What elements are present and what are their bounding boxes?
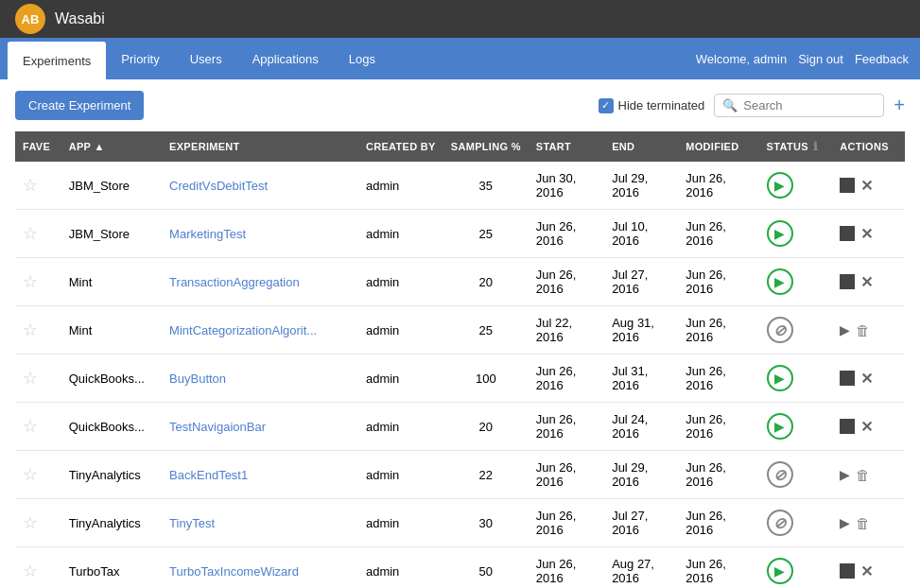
delete-button-8[interactable]: ✕: [860, 562, 873, 580]
cell-created-5: admin: [358, 403, 443, 451]
delete-button-2[interactable]: ✕: [860, 273, 873, 291]
status-info-icon[interactable]: ℹ: [813, 140, 818, 153]
experiment-link-0[interactable]: CreditVsDebitTest: [169, 179, 268, 193]
nav-right: Welcome, admin Sign out Feedback: [696, 52, 920, 66]
trash-button-3[interactable]: 🗑: [856, 322, 870, 338]
search-icon: 🔍: [722, 98, 738, 112]
top-bar: AB Wasabi: [0, 0, 920, 38]
col-header-app[interactable]: APP ▲: [61, 131, 162, 162]
delete-button-5[interactable]: ✕: [860, 418, 873, 436]
tab-priority[interactable]: Priority: [106, 38, 174, 79]
table-row: ☆MintMintCategorizationAlgorit...admin25…: [15, 306, 905, 355]
cell-actions-5: ✕: [832, 403, 905, 451]
cell-end-6: Jul 29, 2016: [604, 451, 678, 499]
play-button-3[interactable]: ▶: [840, 322, 850, 337]
nav-bar: Experiments Priority Users Applications …: [0, 38, 920, 79]
stop-button-5[interactable]: [840, 419, 855, 434]
experiment-link-4[interactable]: BuyButton: [169, 372, 226, 386]
feedback-link[interactable]: Feedback: [855, 52, 909, 66]
col-header-status: STATUS ℹ: [759, 131, 833, 162]
cell-start-8: Jun 26, 2016: [529, 547, 604, 589]
stop-button-4[interactable]: [840, 371, 855, 386]
cell-actions-4: ✕: [832, 355, 905, 403]
cell-end-5: Jul 24, 2016: [604, 403, 678, 451]
cell-actions-8: ✕: [832, 547, 905, 589]
cell-modified-8: Jun 26, 2016: [678, 547, 758, 589]
trash-button-7[interactable]: 🗑: [856, 515, 870, 531]
stop-button-0[interactable]: [840, 178, 855, 193]
play-button-6[interactable]: ▶: [840, 467, 850, 482]
cell-created-8: admin: [358, 547, 443, 589]
cell-status-1: ▶: [759, 210, 833, 258]
cell-sampling-1: 25: [443, 210, 529, 258]
experiment-link-7[interactable]: TinyTest: [169, 516, 215, 530]
cell-app-8: TurboTax: [61, 547, 162, 589]
search-box: 🔍: [714, 94, 884, 117]
app-title: Wasabi: [55, 10, 105, 27]
favorite-star-0[interactable]: ☆: [23, 176, 38, 195]
cell-sampling-5: 20: [443, 403, 529, 451]
tab-applications[interactable]: Applications: [237, 38, 334, 79]
welcome-text: Welcome, admin: [696, 52, 788, 66]
stop-button-2[interactable]: [840, 274, 855, 289]
delete-button-0[interactable]: ✕: [860, 177, 873, 195]
cell-actions-2: ✕: [832, 258, 905, 306]
experiment-link-1[interactable]: MarketingTest: [169, 227, 246, 241]
toolbar: Create Experiment Hide terminated 🔍 +: [15, 91, 905, 120]
favorite-star-7[interactable]: ☆: [23, 513, 38, 532]
toolbar-right: Hide terminated 🔍 +: [599, 94, 905, 117]
create-experiment-button[interactable]: Create Experiment: [15, 91, 144, 120]
favorite-star-1[interactable]: ☆: [23, 224, 38, 243]
cell-app-3: Mint: [61, 306, 162, 355]
stop-button-1[interactable]: [840, 226, 855, 241]
cell-created-4: admin: [358, 355, 443, 403]
cell-sampling-2: 20: [443, 258, 529, 306]
cell-end-2: Jul 27, 2016: [604, 258, 678, 306]
status-running-icon-0: ▶: [767, 172, 793, 199]
favorite-star-4[interactable]: ☆: [23, 369, 38, 388]
delete-button-4[interactable]: ✕: [860, 370, 873, 388]
hide-terminated-toggle[interactable]: Hide terminated: [599, 98, 705, 113]
col-header-end: END: [604, 131, 678, 162]
cell-start-0: Jun 30, 2016: [529, 162, 604, 210]
cell-actions-0: ✕: [832, 162, 905, 210]
play-button-7[interactable]: ▶: [840, 515, 850, 530]
favorite-star-8[interactable]: ☆: [23, 562, 38, 580]
search-input[interactable]: [743, 98, 876, 112]
favorite-star-6[interactable]: ☆: [23, 465, 38, 484]
cell-actions-1: ✕: [832, 210, 905, 258]
experiment-link-6[interactable]: BackEndTest1: [169, 468, 248, 482]
experiment-link-8[interactable]: TurboTaxIncomeWizard: [169, 564, 299, 579]
cell-modified-6: Jun 26, 2016: [678, 451, 758, 499]
favorite-star-3[interactable]: ☆: [23, 320, 38, 339]
table-row: ☆QuickBooks...BuyButtonadmin100Jun 26, 2…: [15, 355, 905, 403]
cell-sampling-6: 22: [443, 451, 529, 499]
cell-status-6: ⊘: [759, 451, 833, 499]
experiment-link-3[interactable]: MintCategorizationAlgorit...: [169, 323, 317, 337]
cell-app-1: JBM_Store: [61, 210, 162, 258]
cell-modified-7: Jun 26, 2016: [678, 499, 758, 547]
add-button[interactable]: +: [894, 95, 905, 116]
tab-experiments[interactable]: Experiments: [8, 42, 106, 79]
sign-out-link[interactable]: Sign out: [798, 52, 843, 66]
delete-button-1[interactable]: ✕: [860, 225, 873, 243]
experiment-link-2[interactable]: TransactionAggregation: [169, 275, 300, 289]
tab-users[interactable]: Users: [175, 38, 237, 79]
table-row: ☆TinyAnalyticsTinyTestadmin30Jun 26, 201…: [15, 499, 905, 547]
cell-modified-4: Jun 26, 2016: [678, 355, 758, 403]
col-header-experiment: EXPERIMENT: [162, 131, 358, 162]
stop-button-8[interactable]: [840, 563, 855, 579]
status-paused-icon-7: ⊘: [767, 510, 793, 536]
status-paused-icon-6: ⊘: [767, 461, 793, 488]
hide-terminated-label: Hide terminated: [618, 98, 705, 112]
cell-sampling-8: 50: [443, 547, 529, 589]
tab-logs[interactable]: Logs: [334, 38, 391, 79]
table-row: ☆JBM_StoreMarketingTestadmin25Jun 26, 20…: [15, 210, 905, 258]
favorite-star-2[interactable]: ☆: [23, 272, 38, 291]
hide-terminated-checkbox[interactable]: [599, 98, 614, 113]
experiment-link-5[interactable]: TestNavigaionBar: [169, 420, 266, 434]
status-running-icon-2: ▶: [767, 268, 793, 295]
trash-button-6[interactable]: 🗑: [856, 467, 870, 483]
cell-actions-3: ▶ 🗑: [832, 306, 905, 355]
favorite-star-5[interactable]: ☆: [23, 417, 38, 436]
